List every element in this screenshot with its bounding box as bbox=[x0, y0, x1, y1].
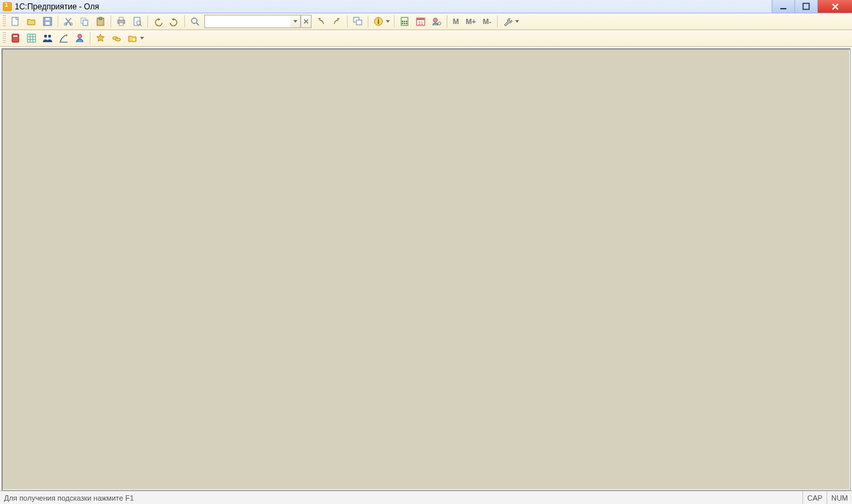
undo-button[interactable] bbox=[151, 14, 165, 29]
tools-dropdown[interactable] bbox=[514, 14, 520, 29]
help-button[interactable]: i bbox=[371, 14, 386, 29]
calendar-button[interactable]: 31 bbox=[413, 14, 428, 29]
svg-rect-4 bbox=[46, 22, 50, 25]
workspace-frame bbox=[0, 47, 852, 491]
memory-mplus-button[interactable]: M+ bbox=[462, 14, 480, 29]
info-icon: i bbox=[373, 16, 384, 27]
find-next-button[interactable] bbox=[330, 14, 344, 29]
calculator-icon bbox=[399, 16, 410, 27]
titlebar-left: 1С:Предприятие - Оля bbox=[0, 0, 772, 13]
copy-button[interactable] bbox=[77, 14, 92, 29]
journal-button[interactable] bbox=[8, 31, 23, 46]
svg-rect-19 bbox=[356, 20, 362, 25]
svg-point-39 bbox=[48, 35, 51, 37]
print-preview-icon bbox=[132, 16, 143, 27]
user-settings-button[interactable] bbox=[429, 14, 444, 29]
toolbar-separator bbox=[111, 15, 111, 27]
favorites-button[interactable] bbox=[93, 31, 108, 46]
calculator-button[interactable] bbox=[397, 14, 412, 29]
svg-rect-28 bbox=[404, 23, 405, 24]
toolbar-separator bbox=[58, 15, 58, 27]
close-button[interactable] bbox=[817, 0, 852, 13]
svg-rect-13 bbox=[119, 17, 123, 20]
catalog-button[interactable] bbox=[125, 31, 140, 46]
toolbar-main: i 31 M M+ M- bbox=[0, 13, 852, 30]
toolbar-separator bbox=[90, 32, 90, 44]
copy-icon bbox=[79, 16, 90, 27]
currency-button[interactable] bbox=[109, 31, 124, 46]
svg-rect-0 bbox=[780, 8, 786, 9]
save-button[interactable] bbox=[40, 14, 55, 29]
folder-star-icon bbox=[127, 33, 138, 44]
print-button[interactable] bbox=[114, 14, 129, 29]
close-icon bbox=[831, 3, 839, 11]
employee-button[interactable] bbox=[72, 31, 87, 46]
help-dropdown[interactable] bbox=[385, 14, 390, 29]
chevron-down-icon bbox=[293, 20, 297, 23]
status-hint: Для получения подсказки нажмите F1 bbox=[0, 494, 802, 502]
find-button[interactable] bbox=[188, 14, 202, 29]
minimize-button[interactable] bbox=[772, 0, 794, 13]
magnifier-icon bbox=[190, 16, 200, 27]
new-document-button[interactable] bbox=[8, 14, 23, 29]
tools-button[interactable] bbox=[500, 14, 515, 29]
report-button[interactable] bbox=[24, 31, 39, 46]
print-preview-button[interactable] bbox=[130, 14, 145, 29]
person-icon bbox=[74, 33, 85, 44]
paste-button[interactable] bbox=[93, 14, 108, 29]
arrow-up-left-icon bbox=[315, 16, 326, 27]
app-icon bbox=[3, 2, 12, 11]
toolbar-secondary bbox=[0, 30, 852, 47]
svg-rect-24 bbox=[402, 21, 403, 22]
search-clear-button[interactable] bbox=[301, 15, 311, 28]
search-box bbox=[204, 15, 311, 28]
wrench-icon bbox=[502, 16, 513, 27]
svg-rect-37 bbox=[27, 34, 36, 42]
book-icon bbox=[10, 33, 21, 44]
status-num: NUM bbox=[827, 491, 852, 504]
pen-signature-icon bbox=[58, 33, 69, 44]
redo-button[interactable] bbox=[167, 14, 182, 29]
memory-mminus-button[interactable]: M- bbox=[480, 14, 495, 29]
svg-point-17 bbox=[192, 18, 197, 23]
search-dropdown-button[interactable] bbox=[290, 15, 301, 28]
svg-rect-2 bbox=[12, 17, 18, 25]
svg-rect-27 bbox=[402, 23, 403, 24]
titlebar: 1С:Предприятие - Оля bbox=[0, 0, 852, 13]
minimize-icon bbox=[780, 3, 788, 11]
window-controls bbox=[772, 0, 852, 13]
paste-icon bbox=[95, 16, 106, 27]
chevron-down-icon bbox=[386, 20, 390, 23]
status-cap: CAP bbox=[802, 491, 827, 504]
memory-m-button[interactable]: M bbox=[449, 14, 462, 29]
signature-button[interactable] bbox=[56, 31, 71, 46]
toolbar-grip[interactable] bbox=[3, 32, 6, 44]
toolbar-separator bbox=[394, 15, 395, 27]
user-gear-icon bbox=[431, 16, 442, 27]
undo-icon bbox=[153, 16, 163, 27]
svg-text:i: i bbox=[378, 18, 380, 25]
search-input[interactable] bbox=[204, 15, 290, 28]
workspace-area bbox=[1, 48, 851, 491]
toolbar-separator bbox=[447, 15, 447, 27]
catalog-dropdown[interactable] bbox=[139, 31, 145, 46]
open-button[interactable] bbox=[24, 14, 39, 29]
windows-button[interactable] bbox=[350, 14, 365, 29]
open-folder-icon bbox=[26, 16, 37, 27]
svg-point-42 bbox=[115, 38, 121, 41]
svg-point-38 bbox=[44, 35, 47, 37]
find-prev-button[interactable] bbox=[313, 14, 328, 29]
svg-rect-11 bbox=[99, 17, 102, 19]
svg-rect-14 bbox=[119, 23, 123, 25]
toolbar-separator bbox=[184, 15, 185, 27]
maximize-button[interactable] bbox=[794, 0, 817, 13]
star-icon bbox=[95, 33, 106, 44]
x-icon bbox=[303, 19, 309, 24]
scissors-icon bbox=[63, 16, 74, 27]
new-document-icon bbox=[10, 16, 21, 27]
staff-button[interactable] bbox=[40, 31, 55, 46]
svg-rect-25 bbox=[404, 21, 405, 22]
svg-rect-5 bbox=[46, 18, 50, 20]
toolbar-grip[interactable] bbox=[3, 15, 6, 27]
cut-button[interactable] bbox=[61, 14, 76, 29]
